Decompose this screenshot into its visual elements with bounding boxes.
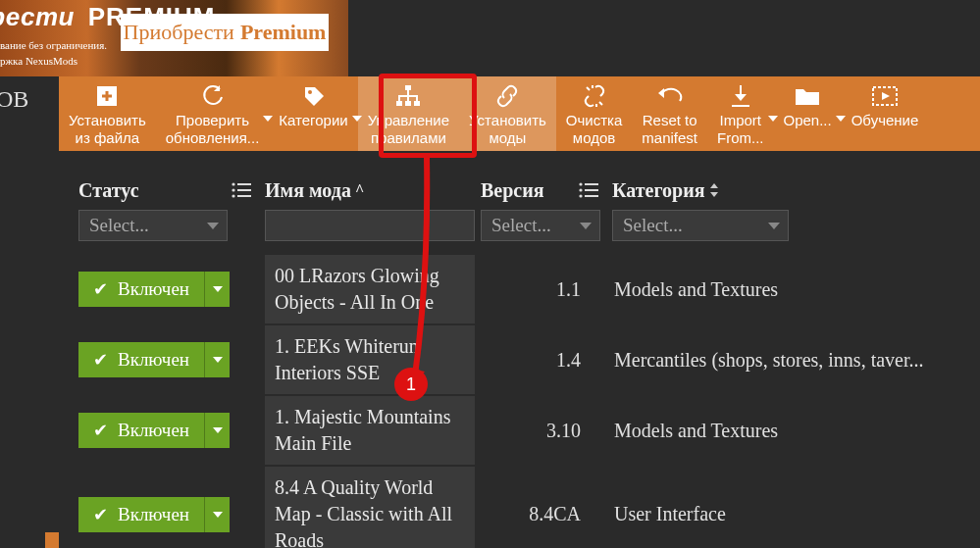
table-headers: Статус Имя мода ^ Версия Категория: [78, 173, 980, 208]
mod-name-cell[interactable]: 1. Majestic Mountains Main File: [265, 396, 475, 465]
svg-line-8: [587, 87, 590, 90]
download-icon: [729, 82, 752, 110]
table-row: ✔Включен00 LRazors Glowing Objects - All…: [78, 255, 980, 324]
toolbar-label: Проверитьобновления...: [166, 112, 260, 147]
status-toggle[interactable]: ✔Включен: [78, 272, 230, 307]
toolbar-label: Установитьиз файла: [69, 112, 146, 147]
status-toggle[interactable]: ✔Включен: [78, 413, 230, 448]
toolbar-check-updates[interactable]: Проверитьобновления...: [156, 76, 270, 151]
check-icon: ✔: [93, 349, 108, 371]
tag-icon: [301, 82, 327, 110]
list-icon: [579, 181, 600, 199]
toolbar-open[interactable]: Open...: [774, 76, 842, 151]
sidebar-accent: [45, 532, 59, 548]
svg-rect-5: [396, 101, 402, 106]
toolbar-label: Reset tomanifest: [642, 112, 697, 147]
toolbar-categories[interactable]: Категории: [269, 76, 357, 151]
svg-rect-6: [405, 101, 411, 106]
toolbar: Установитьиз файлаПроверитьобновления...…: [59, 76, 980, 151]
toolbar-install-file[interactable]: Установитьиз файла: [59, 76, 156, 151]
mod-category-cell: Models and Textures: [606, 420, 980, 442]
toolbar-install-mods[interactable]: Установитьмоды: [459, 76, 556, 151]
mod-name-cell[interactable]: 00 LRazors Glowing Objects - All In One: [265, 255, 475, 324]
status-dropdown[interactable]: [204, 497, 230, 532]
list-icon: [232, 181, 253, 199]
svg-point-19: [232, 188, 234, 191]
plus-icon: [94, 82, 120, 110]
svg-point-26: [579, 194, 582, 197]
name-filter-input[interactable]: [265, 210, 475, 241]
column-header-version[interactable]: Версия: [481, 179, 612, 202]
column-header-category[interactable]: Категория: [612, 179, 980, 202]
svg-point-3: [308, 90, 312, 94]
toolbar-label: Категории: [279, 112, 347, 129]
buy-premium-button[interactable]: ПриобрестиPremium: [121, 14, 329, 51]
toolbar-reset-manifest[interactable]: Reset tomanifest: [632, 76, 707, 151]
check-icon: ✔: [93, 278, 108, 300]
svg-rect-7: [414, 101, 420, 106]
toolbar-label: Open...: [784, 112, 832, 129]
table-body: ✔Включен00 LRazors Glowing Objects - All…: [78, 255, 980, 548]
svg-point-25: [579, 188, 582, 191]
mod-name-cell[interactable]: 1. EEKs Whiterun Interiors SSE: [265, 325, 475, 394]
toolbar-label: ImportFrom...: [717, 112, 764, 147]
sidebar-fragment: ОВ: [0, 76, 59, 135]
status-dropdown[interactable]: [204, 342, 230, 377]
toolbar-label: Управлениеправилами: [368, 112, 449, 147]
table-row: ✔Включен1. EEKs Whiterun Interiors SSE1.…: [78, 325, 980, 394]
category-filter-select[interactable]: Select...: [612, 210, 789, 241]
svg-point-18: [232, 182, 234, 185]
svg-point-24: [579, 182, 582, 185]
mod-category-cell: Mercantiles (shops, stores, inns, taver.…: [606, 349, 980, 372]
mod-category-cell: User Interface: [606, 503, 980, 525]
status-dropdown[interactable]: [204, 272, 230, 307]
banner-subtitle-2: ржка NexusMods: [0, 55, 77, 67]
sort-both-icon: [708, 181, 720, 199]
toolbar-label: Установитьмоды: [469, 112, 546, 147]
link-icon: [493, 82, 521, 110]
toolbar-import-from[interactable]: ImportFrom...: [707, 76, 774, 151]
toolbar-tutorial[interactable]: Обучение: [842, 76, 929, 151]
mod-version-cell: 8.4CA: [475, 503, 606, 525]
refresh-icon: [200, 82, 226, 110]
column-header-name[interactable]: Имя мода ^: [265, 179, 481, 202]
folder-icon: [794, 82, 821, 110]
banner-subtitle-1: вание без ограничения.: [0, 39, 107, 51]
check-icon: ✔: [93, 504, 108, 525]
mod-name-cell[interactable]: 8.4 A Quality World Map - Classic with A…: [265, 467, 475, 548]
toolbar-label: Обучение: [851, 112, 919, 129]
undo-icon: [656, 82, 684, 110]
mod-category-cell: Models and Textures: [606, 278, 980, 301]
unlink-icon: [581, 82, 608, 110]
version-filter-select[interactable]: Select...: [481, 210, 600, 241]
svg-line-9: [599, 102, 602, 105]
status-filter-select[interactable]: Select...: [78, 210, 228, 241]
check-icon: ✔: [93, 420, 108, 441]
mod-version-cell: 1.1: [475, 278, 606, 301]
premium-banner: иобрести PREMIUM вание без ограничения. …: [0, 0, 348, 76]
table-row: ✔Включен1. Majestic Mountains Main File3…: [78, 396, 980, 465]
mod-version-cell: 3.10: [475, 420, 606, 442]
table-filters: Select... Select... Select...: [78, 210, 980, 245]
hierarchy-icon: [394, 82, 422, 110]
toolbar-label: Очисткамодов: [566, 112, 622, 147]
toolbar-manage-rules[interactable]: Управлениеправилами: [358, 76, 459, 151]
video-icon: [871, 82, 899, 110]
column-header-status[interactable]: Статус: [78, 179, 265, 202]
status-toggle[interactable]: ✔Включен: [78, 497, 230, 532]
status-toggle[interactable]: ✔Включен: [78, 342, 230, 377]
svg-point-20: [232, 194, 234, 197]
toolbar-purge-mods[interactable]: Очисткамодов: [556, 76, 632, 151]
svg-rect-4: [405, 85, 411, 90]
sort-ascending-icon: ^: [355, 181, 364, 199]
table-row: ✔Включен8.4 A Quality World Map - Classi…: [78, 467, 980, 548]
mods-table: Статус Имя мода ^ Версия Категория Selec…: [78, 173, 980, 548]
status-dropdown[interactable]: [204, 413, 230, 448]
mod-version-cell: 1.4: [475, 349, 606, 372]
